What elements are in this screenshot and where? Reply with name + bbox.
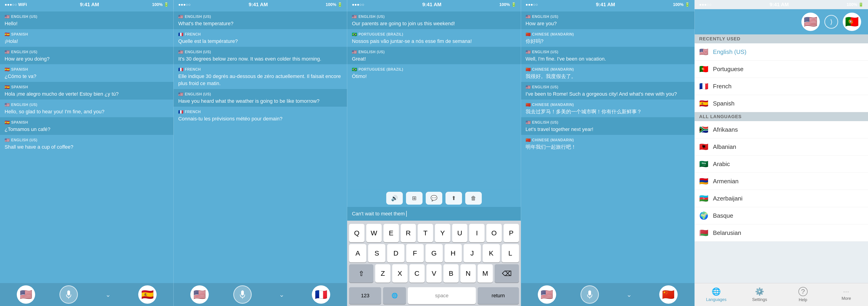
mic-button-2[interactable] — [233, 285, 252, 304]
keyboard-toolbar: 🔊 ⊞ 💬 ⬆ 🗑 — [347, 190, 521, 207]
lang-item-basque[interactable]: 🌍 Basque — [694, 207, 868, 224]
mic-button-1[interactable] — [60, 285, 78, 304]
message-text: Ótimo! — [352, 73, 516, 80]
flag-za-list-icon: 🇿🇦 — [699, 125, 708, 134]
lang-name-albanian: Albanian — [713, 143, 736, 150]
key-z[interactable]: Z — [375, 264, 391, 282]
wifi-icon-2: ●●●○○ — [178, 2, 191, 7]
key-h[interactable]: H — [444, 244, 462, 263]
key-d[interactable]: D — [387, 244, 404, 263]
nav-languages[interactable]: 🌐 Languages — [694, 283, 738, 306]
svg-rect-4 — [588, 291, 591, 296]
key-return[interactable]: return — [477, 287, 519, 304]
nav-settings[interactable]: ⚙️ Settings — [738, 283, 781, 306]
chevron-down-2[interactable]: ⌄ — [276, 290, 287, 299]
key-x[interactable]: X — [392, 264, 407, 282]
panel2-toolbar: 🇺🇸 ⌄ 🇫🇷 — [174, 283, 347, 306]
chat-button[interactable]: 💬 — [426, 192, 442, 205]
flag-az-list-icon: 🇦🇿 — [699, 194, 708, 203]
message-text: How are you doing? — [5, 56, 169, 63]
key-e[interactable]: E — [383, 224, 399, 242]
swap-arrow[interactable]: ⟩ — [825, 15, 838, 29]
delete-button[interactable]: 🗑 — [465, 192, 482, 205]
key-s[interactable]: S — [368, 244, 385, 263]
lang-label-text: ENGLISH (US) — [359, 15, 384, 19]
key-m[interactable]: M — [477, 264, 493, 282]
message-block: 🇨🇳 CHINESE (MANDARIN) 明年我们一起旅行吧！ — [521, 135, 694, 152]
lang-item-arabic[interactable]: 🇸🇦 Arabic — [694, 156, 868, 173]
battery-1: 100% 🔋 — [152, 2, 169, 7]
key-b[interactable]: B — [443, 264, 459, 282]
lang-button-us-4[interactable]: 🇺🇸 — [538, 285, 556, 304]
lang-item-albanian[interactable]: 🇦🇱 Albanian — [694, 138, 868, 156]
flag-cn-icon: 🇨🇳 — [526, 138, 531, 143]
key-j[interactable]: J — [464, 244, 481, 263]
flag-cn-icon: 🇨🇳 — [526, 102, 531, 107]
speaker-button[interactable]: 🔊 — [386, 192, 403, 205]
mic-button-4[interactable] — [581, 285, 599, 304]
lang-button-fr[interactable]: 🇫🇷 — [312, 285, 330, 304]
key-r[interactable]: R — [401, 224, 416, 242]
key-globe[interactable]: 🌐 — [383, 287, 406, 304]
share-button[interactable]: ⬆ — [445, 192, 462, 205]
lang-button-es[interactable]: 🇪🇸 — [138, 285, 157, 304]
key-l[interactable]: L — [502, 244, 519, 263]
message-text: Have you heard what the weather is going… — [178, 98, 342, 105]
lang-item-azerbaijani[interactable]: 🇦🇿 Azerbaijani — [694, 190, 868, 207]
key-p[interactable]: P — [503, 224, 519, 242]
lang-item-french[interactable]: 🇫🇷 French — [694, 78, 868, 95]
chevron-down-1[interactable]: ⌄ — [102, 290, 114, 299]
help-nav-icon: ? — [799, 287, 808, 296]
header-flag-us[interactable]: 🇺🇸 — [801, 12, 820, 31]
message-block: 🇧🇷 PORTUGUESE (BRAZIL) Ótimo! — [347, 64, 521, 82]
lang-item-armenian[interactable]: 🇦🇲 Armenian — [694, 173, 868, 190]
message-block: 🇺🇸 ENGLISH (US) I've been to Rome! Such … — [521, 82, 694, 100]
key-y[interactable]: Y — [435, 224, 450, 242]
lang-button-cn[interactable]: 🇨🇳 — [659, 285, 678, 304]
message-block: 🇧🇷 PORTUGUESE (BRAZIL) Nossos pais vão j… — [347, 29, 521, 47]
key-i[interactable]: I — [469, 224, 485, 242]
key-c[interactable]: C — [409, 264, 425, 282]
lang-button-us[interactable]: 🇺🇸 — [17, 285, 35, 304]
key-f[interactable]: F — [406, 244, 424, 263]
panel4-toolbar: 🇺🇸 ⌄ 🇨🇳 — [521, 283, 694, 306]
key-n[interactable]: N — [460, 264, 475, 282]
flag-fr-icon: 🇫🇷 — [178, 32, 184, 37]
header-flag-pt[interactable]: 🇵🇹 — [843, 12, 861, 31]
message-text: ¡Hola! — [5, 38, 169, 45]
key-v[interactable]: V — [427, 264, 441, 282]
message-block: 🇫🇷 FRENCH Elle indique 30 degrés au-dess… — [174, 64, 347, 89]
text-input-area[interactable]: Can't wait to meet them — [347, 207, 521, 221]
translate-button[interactable]: ⊞ — [406, 192, 423, 205]
key-backspace[interactable]: ⌫ — [495, 264, 519, 282]
key-g[interactable]: G — [426, 244, 443, 263]
lang-button-us-2[interactable]: 🇺🇸 — [190, 285, 209, 304]
nav-help[interactable]: ? Help — [781, 283, 825, 306]
lang-item-afrikaans[interactable]: 🇿🇦 Afrikaans — [694, 121, 868, 138]
key-k[interactable]: K — [483, 244, 500, 263]
message-block: 🇪🇸 SPANISH Hola ¡me alegro mucho de vert… — [0, 82, 174, 100]
lang-item-english-us[interactable]: 🇺🇸 English (US) — [694, 43, 868, 61]
key-o[interactable]: O — [486, 224, 502, 242]
cursor — [405, 211, 407, 217]
lang-item-belarusian[interactable]: 🇧🇾 Belarusian — [694, 224, 868, 242]
key-t[interactable]: T — [418, 224, 433, 242]
nav-settings-label: Settings — [752, 297, 767, 302]
key-u[interactable]: U — [452, 224, 467, 242]
key-q[interactable]: Q — [349, 224, 365, 242]
key-shift[interactable]: ⇧ — [349, 264, 373, 282]
keyboard-row-3: ⇧ Z X C V B N M ⌫ — [349, 264, 519, 282]
nav-more[interactable]: ··· More — [825, 283, 868, 306]
key-space[interactable]: space — [408, 287, 475, 304]
lang-item-spanish[interactable]: 🇪🇸 Spanish — [694, 95, 868, 112]
key-123[interactable]: 123 — [349, 287, 381, 304]
lang-label-text: ENGLISH (US) — [532, 85, 558, 89]
lang-label-text: ENGLISH (US) — [185, 92, 211, 96]
key-a[interactable]: A — [349, 244, 366, 263]
lang-item-portuguese[interactable]: 🇵🇹 Portuguese — [694, 61, 868, 78]
chevron-down-4[interactable]: ⌄ — [623, 290, 635, 299]
key-w[interactable]: W — [366, 224, 382, 242]
battery-2: 100% 🔋 — [326, 2, 342, 7]
message-text: Hola ¡me alegro mucho de verte! Estoy bi… — [5, 91, 169, 98]
lang-label-text: ENGLISH (US) — [185, 50, 211, 54]
